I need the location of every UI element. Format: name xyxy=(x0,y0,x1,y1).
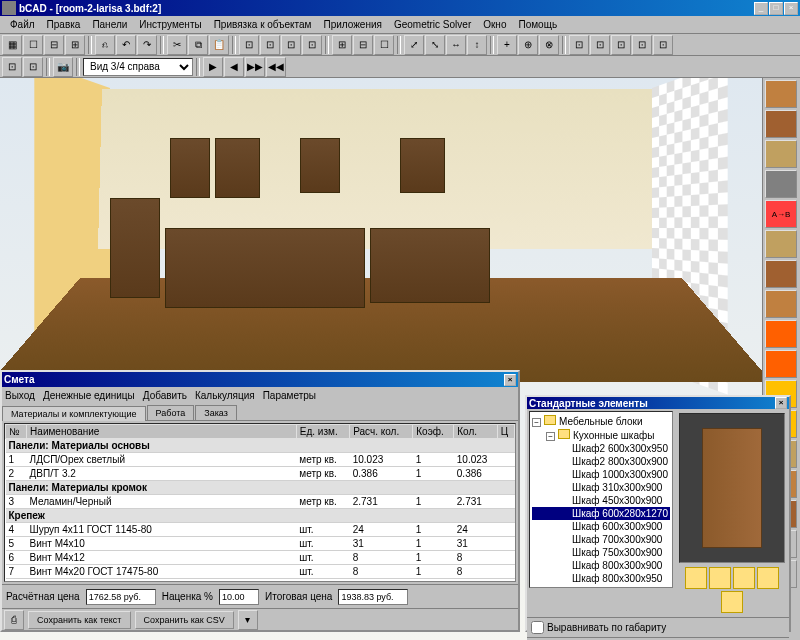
toolbar-button[interactable]: ☐ xyxy=(374,35,394,55)
smeta-menu-item[interactable]: Параметры xyxy=(263,390,316,401)
side-toolbar-button[interactable] xyxy=(765,320,797,348)
table-row[interactable]: Крепеж xyxy=(6,509,515,523)
toolbar-button[interactable]: + xyxy=(497,35,517,55)
toolbar-button[interactable]: ⊡ xyxy=(611,35,631,55)
table-row[interactable]: 8Шуруп 4x50 ГОСТ 1145-80шт.18118 xyxy=(6,579,515,583)
table-row[interactable]: Панели: Материалы основы xyxy=(6,439,515,453)
std-titlebar[interactable]: Стандартные элементы × xyxy=(527,397,789,409)
side-toolbar-button[interactable] xyxy=(765,80,797,108)
menu-item[interactable]: Привязка к объектам xyxy=(208,17,318,32)
side-toolbar-button[interactable] xyxy=(765,350,797,378)
toolbar-button[interactable]: ↶ xyxy=(116,35,136,55)
toolbar-button[interactable]: ↷ xyxy=(137,35,157,55)
toolbar-button[interactable]: ▦ xyxy=(2,35,22,55)
save-text-button[interactable]: Сохранить как текст xyxy=(28,611,131,629)
save-csv-button[interactable]: Сохранить как CSV xyxy=(135,611,234,629)
toolbar-button[interactable]: ⊡ xyxy=(2,57,22,77)
thumb-item[interactable] xyxy=(685,567,707,589)
toolbar-button[interactable]: ◀◀ xyxy=(266,57,286,77)
toolbar-button[interactable]: ☐ xyxy=(23,35,43,55)
tree-item[interactable]: Шкаф 450x300x900 xyxy=(532,494,670,507)
toolbar-button[interactable]: ◀ xyxy=(224,57,244,77)
menu-item[interactable]: Помощь xyxy=(512,17,563,32)
smeta-tab[interactable]: Материалы и комплектующие xyxy=(2,406,146,421)
smeta-menu-item[interactable]: Калькуляция xyxy=(195,390,255,401)
column-header[interactable]: Кол. xyxy=(454,425,498,439)
view-select[interactable]: Вид 3/4 справа xyxy=(83,58,193,76)
menu-item[interactable]: Окно xyxy=(477,17,512,32)
total-field[interactable] xyxy=(338,589,408,605)
std-tree[interactable]: −Мебельные блоки−Кухонные шкафыШкаф2 600… xyxy=(529,411,673,588)
table-row[interactable]: Панели: Материалы кромок xyxy=(6,481,515,495)
side-toolbar-button[interactable]: A→B xyxy=(765,200,797,228)
menu-item[interactable]: Файл xyxy=(4,17,41,32)
smeta-tab[interactable]: Заказ xyxy=(195,405,237,420)
toolbar-button[interactable]: ⊟ xyxy=(44,35,64,55)
table-row[interactable]: 1ЛДСП/Орех светлыйметр кв.10.023110.023 xyxy=(6,453,515,467)
menu-item[interactable]: Приложения xyxy=(317,17,388,32)
toolbar-button[interactable]: ⊡ xyxy=(590,35,610,55)
thumb-item[interactable] xyxy=(721,591,743,613)
column-header[interactable]: Расч. кол. xyxy=(350,425,413,439)
tree-item[interactable]: Шкаф 600x280x1270 xyxy=(532,507,670,520)
side-toolbar-button[interactable] xyxy=(765,260,797,288)
menu-item[interactable]: Инструменты xyxy=(133,17,207,32)
table-row[interactable]: 7Винт М4x20 ГОСТ 17475-80шт.818 xyxy=(6,565,515,579)
column-header[interactable]: Коэф. xyxy=(413,425,454,439)
toolbar-button[interactable]: ⊡ xyxy=(302,35,322,55)
toolbar-button[interactable]: 📷 xyxy=(53,57,73,77)
markup-field[interactable] xyxy=(219,589,259,605)
tree-group[interactable]: −Кухонные шкафы xyxy=(532,428,670,442)
column-header[interactable]: № xyxy=(6,425,27,439)
smeta-tab[interactable]: Работа xyxy=(147,405,195,420)
toolbar-button[interactable]: ⊕ xyxy=(518,35,538,55)
toolbar-button[interactable]: ⊡ xyxy=(23,57,43,77)
toolbar-button[interactable]: ⧉ xyxy=(188,35,208,55)
toolbar-button[interactable]: ⤢ xyxy=(404,35,424,55)
smeta-titlebar[interactable]: Смета × xyxy=(2,372,518,387)
table-row[interactable]: 5Винт М4x10шт.31131 xyxy=(6,537,515,551)
tree-item[interactable]: Шкаф 1000x300x900 xyxy=(532,468,670,481)
maximize-button[interactable]: □ xyxy=(769,2,783,15)
tree-item[interactable]: Шкаф 800x300x900 xyxy=(532,559,670,572)
column-header[interactable]: Наименование xyxy=(27,425,297,439)
toolbar-button[interactable]: ⊡ xyxy=(632,35,652,55)
close-button[interactable]: × xyxy=(784,2,798,15)
align-checkbox-label[interactable]: Выравнивать по габариту xyxy=(531,621,666,634)
menu-item[interactable]: Geometric Solver xyxy=(388,17,477,32)
option-button[interactable]: ▾ xyxy=(238,610,258,630)
table-row[interactable]: 2ДВП/Т 3.2метр кв.0.38610.386 xyxy=(6,467,515,481)
smeta-grid[interactable]: №НаименованиеЕд. изм.Расч. кол.Коэф.Кол.… xyxy=(4,423,516,582)
tree-item[interactable]: Шкаф 700x300x900 xyxy=(532,533,670,546)
toolbar-button[interactable]: ⊡ xyxy=(281,35,301,55)
toolbar-button[interactable]: ⊡ xyxy=(260,35,280,55)
tree-item[interactable]: Шкаф2 800x300x900 xyxy=(532,455,670,468)
toolbar-button[interactable]: ↔ xyxy=(446,35,466,55)
tree-item[interactable]: Шкаф 310x300x900 xyxy=(532,481,670,494)
smeta-menu-item[interactable]: Добавить xyxy=(143,390,187,401)
tree-item[interactable]: Шкаф 750x300x900 xyxy=(532,546,670,559)
side-toolbar-button[interactable] xyxy=(765,170,797,198)
toolbar-button[interactable]: ⊡ xyxy=(569,35,589,55)
calc-price-field[interactable] xyxy=(86,589,156,605)
minimize-button[interactable]: _ xyxy=(754,2,768,15)
menu-item[interactable]: Правка xyxy=(41,17,87,32)
thumb-item[interactable] xyxy=(709,567,731,589)
side-toolbar-button[interactable] xyxy=(765,230,797,258)
table-row[interactable]: 6Винт М4x12шт.818 xyxy=(6,551,515,565)
toolbar-button[interactable]: 📋 xyxy=(209,35,229,55)
toolbar-button[interactable]: ▶▶ xyxy=(245,57,265,77)
thumb-item[interactable] xyxy=(733,567,755,589)
toolbar-button[interactable]: ⊞ xyxy=(332,35,352,55)
toolbar-button[interactable]: ⊡ xyxy=(653,35,673,55)
side-toolbar-button[interactable] xyxy=(765,110,797,138)
tree-item[interactable]: Шкаф2 600x300x950 xyxy=(532,442,670,455)
toolbar-button[interactable]: ⊡ xyxy=(239,35,259,55)
column-header[interactable]: Ц xyxy=(497,425,514,439)
toolbar-button[interactable]: ▶ xyxy=(203,57,223,77)
toolbar-button[interactable]: ✂ xyxy=(167,35,187,55)
toolbar-button[interactable]: ⊞ xyxy=(65,35,85,55)
side-toolbar-button[interactable] xyxy=(765,290,797,318)
smeta-close-button[interactable]: × xyxy=(504,374,516,386)
thumb-item[interactable] xyxy=(757,567,779,589)
